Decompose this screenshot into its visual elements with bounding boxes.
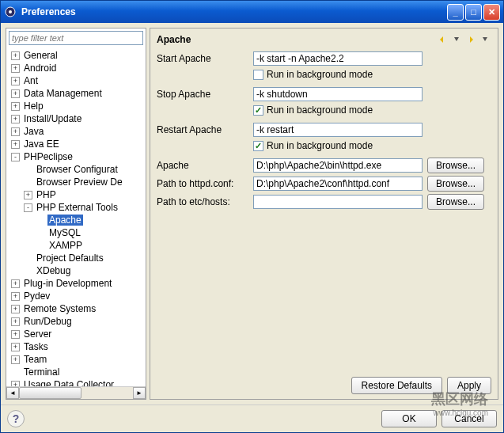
- ok-button[interactable]: OK: [381, 410, 437, 427]
- form-area: Start Apache Run in background mode Stop…: [157, 51, 491, 370]
- tree-item[interactable]: +General: [6, 49, 146, 62]
- expand-icon[interactable]: +: [11, 102, 20, 111]
- tree-item-label: Apache: [47, 215, 83, 226]
- tree-item[interactable]: +Tasks: [6, 340, 146, 353]
- window-title: Preferences: [21, 6, 447, 17]
- tree-item-label: Help: [22, 101, 45, 112]
- hosts-path-input[interactable]: [253, 195, 423, 209]
- httpd-browse-button[interactable]: Browse...: [427, 176, 484, 192]
- tree-item[interactable]: Project Defaults: [6, 252, 146, 264]
- tree-item-label: MySQL: [47, 227, 82, 238]
- tree-item[interactable]: +Plug-in Development: [6, 277, 146, 290]
- start-apache-input[interactable]: [253, 51, 423, 66]
- stop-bg-checkbox[interactable]: ✓: [253, 105, 263, 116]
- tree-item[interactable]: +Pydev: [6, 290, 146, 302]
- tree-item[interactable]: +Java: [6, 125, 146, 138]
- expand-icon[interactable]: +: [11, 115, 20, 123]
- tree-item-label: Remote Systems: [22, 303, 97, 314]
- start-bg-checkbox[interactable]: [253, 70, 263, 80]
- expand-icon[interactable]: +: [11, 64, 20, 73]
- pane-buttons: Restore Defaults Apply: [157, 370, 491, 394]
- tree-item[interactable]: +Install/Update: [6, 112, 146, 125]
- tree-item[interactable]: +Server: [6, 328, 146, 340]
- apache-browse-button[interactable]: Browse...: [427, 158, 484, 173]
- svg-point-1: [9, 10, 12, 13]
- scroll-left-button[interactable]: ◄: [6, 387, 19, 399]
- forward-menu-icon[interactable]: [479, 33, 491, 46]
- hosts-browse-button[interactable]: Browse...: [427, 194, 484, 210]
- expand-icon[interactable]: +: [24, 191, 32, 199]
- expand-icon[interactable]: +: [11, 317, 20, 326]
- restore-defaults-button[interactable]: Restore Defaults: [351, 377, 442, 394]
- tree-item[interactable]: +Run/Debug: [6, 315, 146, 328]
- tree-item[interactable]: Browser Configurat: [6, 163, 146, 176]
- expand-icon[interactable]: +: [11, 292, 20, 301]
- restart-bg-checkbox[interactable]: ✓: [253, 141, 263, 151]
- expand-icon[interactable]: +: [11, 89, 20, 98]
- collapse-icon[interactable]: -: [24, 203, 32, 212]
- tree-item[interactable]: Apache: [6, 214, 146, 226]
- apache-path-input[interactable]: [253, 158, 423, 173]
- filter-input[interactable]: [9, 31, 143, 45]
- expand-icon[interactable]: +: [11, 140, 20, 149]
- scroll-right-button[interactable]: ►: [133, 387, 146, 399]
- minimize-button[interactable]: _: [447, 4, 464, 21]
- expand-icon[interactable]: +: [11, 330, 20, 339]
- tree-item[interactable]: +Team: [6, 353, 146, 366]
- scroll-thumb[interactable]: [19, 387, 81, 399]
- tree-item-label: Browser Configurat: [35, 164, 119, 175]
- restart-apache-input[interactable]: [253, 123, 423, 137]
- tree-item-label: Data Management: [22, 88, 104, 99]
- horizontal-scrollbar[interactable]: ◄ ►: [6, 386, 146, 399]
- tree-item-label: Usage Data Collector: [22, 379, 116, 386]
- expand-icon[interactable]: +: [11, 127, 20, 136]
- pane-header: Apache: [157, 33, 491, 51]
- tree-item-label: Plug-in Development: [22, 278, 113, 289]
- maximize-button[interactable]: □: [465, 4, 482, 21]
- restart-bg-label: Run in background mode: [267, 140, 373, 151]
- tree-item[interactable]: +PHP: [6, 188, 146, 201]
- back-icon[interactable]: [436, 33, 449, 46]
- close-button[interactable]: ✕: [483, 4, 500, 21]
- httpd-path-input[interactable]: [253, 177, 423, 191]
- expand-icon[interactable]: +: [11, 77, 20, 85]
- tree-item-label: XAMPP: [47, 240, 84, 251]
- tree-item[interactable]: +Help: [6, 100, 146, 112]
- tree-item[interactable]: +Remote Systems: [6, 302, 146, 315]
- tree-item[interactable]: +Data Management: [6, 87, 146, 100]
- forward-icon[interactable]: [464, 33, 477, 46]
- expand-icon[interactable]: +: [11, 343, 20, 351]
- tree-item[interactable]: +Ant: [6, 74, 146, 87]
- tree-item[interactable]: Terminal: [6, 366, 146, 378]
- tree-item[interactable]: XAMPP: [6, 239, 146, 252]
- scroll-track[interactable]: [19, 387, 133, 399]
- collapse-icon[interactable]: -: [11, 153, 20, 161]
- cancel-button[interactable]: Cancel: [441, 410, 497, 427]
- apply-button[interactable]: Apply: [447, 377, 491, 394]
- tree-item-label: Install/Update: [22, 113, 83, 124]
- expand-icon[interactable]: +: [11, 279, 20, 288]
- tree-item[interactable]: -PHP External Tools: [6, 201, 146, 214]
- stop-apache-input[interactable]: [253, 87, 423, 101]
- stop-bg-label: Run in background mode: [267, 104, 373, 116]
- tree-item[interactable]: MySQL: [6, 226, 146, 239]
- tree-item-label: Ant: [22, 75, 40, 86]
- tree-item[interactable]: +Android: [6, 62, 146, 74]
- tree-item[interactable]: XDebug: [6, 264, 146, 277]
- help-icon[interactable]: ?: [7, 410, 25, 427]
- expand-icon[interactable]: +: [11, 355, 20, 364]
- tree-item[interactable]: +Usage Data Collector: [6, 378, 146, 386]
- app-icon: [4, 6, 17, 18]
- tree-item-label: Terminal: [22, 367, 61, 378]
- start-bg-label: Run in background mode: [267, 69, 373, 80]
- pane-title: Apache: [157, 34, 436, 45]
- expand-icon[interactable]: +: [11, 305, 20, 313]
- tree-item[interactable]: +Java EE: [6, 138, 146, 150]
- tree-item[interactable]: Browser Preview De: [6, 176, 146, 188]
- back-menu-icon[interactable]: [450, 33, 463, 46]
- expand-icon[interactable]: +: [11, 381, 20, 387]
- preferences-tree[interactable]: +General+Android+Ant+Data Management+Hel…: [6, 47, 146, 386]
- tree-item-label: Run/Debug: [22, 316, 74, 327]
- expand-icon[interactable]: +: [11, 51, 20, 60]
- tree-item[interactable]: -PHPeclipse: [6, 150, 146, 163]
